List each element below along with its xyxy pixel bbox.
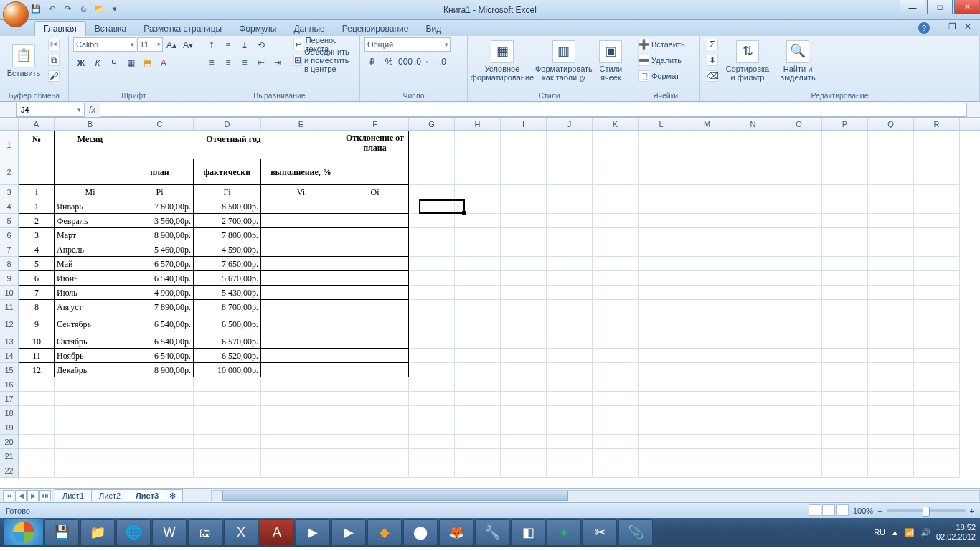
cell[interactable]: Март bbox=[55, 228, 126, 242]
cell[interactable] bbox=[261, 199, 341, 214]
fx-icon[interactable]: fx bbox=[89, 105, 95, 115]
cell[interactable] bbox=[194, 406, 261, 420]
cell[interactable] bbox=[547, 420, 593, 435]
cell[interactable] bbox=[776, 257, 822, 271]
cell[interactable] bbox=[547, 334, 593, 349]
cell[interactable]: 4 590,00р. bbox=[194, 242, 261, 257]
cell[interactable] bbox=[822, 242, 868, 257]
cell[interactable] bbox=[593, 435, 639, 449]
row-header[interactable]: 20 bbox=[0, 435, 18, 449]
cell[interactable] bbox=[501, 199, 547, 214]
cell[interactable] bbox=[684, 349, 730, 363]
cell[interactable] bbox=[776, 300, 822, 314]
cell[interactable]: 7 800,00р. bbox=[194, 228, 261, 242]
cell[interactable] bbox=[341, 159, 409, 185]
cell[interactable] bbox=[822, 392, 868, 406]
copy-button[interactable]: ⧉ bbox=[46, 53, 62, 67]
cell[interactable] bbox=[730, 300, 776, 314]
cell[interactable] bbox=[455, 420, 501, 435]
tab-insert[interactable]: Вставка bbox=[86, 22, 136, 36]
cell[interactable] bbox=[501, 420, 547, 435]
row-header[interactable]: 8 bbox=[0, 257, 18, 271]
cell[interactable]: 3 560,00р. bbox=[126, 214, 194, 228]
cell[interactable] bbox=[593, 271, 639, 286]
cell[interactable] bbox=[822, 420, 868, 435]
cell[interactable]: 5 bbox=[19, 257, 55, 271]
cell[interactable] bbox=[684, 377, 730, 392]
cell[interactable] bbox=[776, 314, 822, 334]
cell[interactable] bbox=[409, 406, 455, 420]
cell[interactable] bbox=[261, 392, 341, 406]
col-header[interactable]: I bbox=[501, 118, 547, 130]
clear-button[interactable]: ⌫ bbox=[705, 69, 720, 83]
cell[interactable] bbox=[341, 257, 409, 271]
cell[interactable] bbox=[868, 286, 914, 300]
increase-font-icon[interactable]: A▴ bbox=[164, 37, 179, 53]
decrease-decimal-icon[interactable]: ←.0 bbox=[430, 54, 446, 70]
cell[interactable] bbox=[593, 257, 639, 271]
cell[interactable] bbox=[455, 435, 501, 449]
cell[interactable] bbox=[776, 392, 822, 406]
row-header[interactable]: 6 bbox=[0, 228, 18, 242]
cell[interactable]: Fi bbox=[194, 185, 261, 199]
cell[interactable] bbox=[593, 300, 639, 314]
cell[interactable] bbox=[455, 449, 501, 463]
row-header[interactable]: 9 bbox=[0, 271, 18, 286]
cell[interactable]: 10 000,00р. bbox=[194, 363, 261, 377]
col-header[interactable]: K bbox=[593, 118, 639, 130]
select-all-corner[interactable] bbox=[0, 118, 19, 130]
cell[interactable] bbox=[868, 228, 914, 242]
cell[interactable] bbox=[730, 392, 776, 406]
cell[interactable] bbox=[822, 334, 868, 349]
cell[interactable] bbox=[19, 392, 55, 406]
cell[interactable] bbox=[684, 159, 730, 185]
cell[interactable] bbox=[55, 420, 126, 435]
cell[interactable] bbox=[593, 392, 639, 406]
cell[interactable] bbox=[501, 392, 547, 406]
font-size-select[interactable]: 11 bbox=[137, 37, 163, 52]
cell[interactable] bbox=[868, 257, 914, 271]
cell[interactable] bbox=[455, 363, 501, 377]
cell[interactable] bbox=[639, 314, 684, 334]
cell[interactable] bbox=[547, 242, 593, 257]
cell[interactable] bbox=[455, 392, 501, 406]
cell[interactable]: Vi bbox=[261, 185, 341, 199]
merge-center-button[interactable]: ⊞Объединить и поместить в центре bbox=[291, 53, 355, 67]
cell[interactable] bbox=[868, 463, 914, 478]
cell[interactable] bbox=[822, 228, 868, 242]
close-button[interactable]: ✕ bbox=[954, 0, 980, 14]
cell[interactable] bbox=[261, 363, 341, 377]
cell[interactable] bbox=[776, 349, 822, 363]
cell[interactable] bbox=[822, 199, 868, 214]
cell[interactable] bbox=[547, 257, 593, 271]
cell[interactable] bbox=[261, 214, 341, 228]
cell[interactable] bbox=[684, 363, 730, 377]
cell[interactable] bbox=[593, 131, 639, 159]
cell[interactable]: 8 700,00р. bbox=[194, 300, 261, 314]
cell[interactable] bbox=[455, 159, 501, 185]
cell[interactable] bbox=[194, 420, 261, 435]
row-header[interactable]: 3 bbox=[0, 185, 18, 199]
cell[interactable]: 7 890,00р. bbox=[126, 300, 194, 314]
cell[interactable] bbox=[409, 435, 455, 449]
cell[interactable]: 6 bbox=[19, 271, 55, 286]
cell[interactable]: Июнь bbox=[55, 271, 126, 286]
cell[interactable] bbox=[868, 377, 914, 392]
cell[interactable] bbox=[455, 300, 501, 314]
cell[interactable] bbox=[914, 199, 960, 214]
cell[interactable]: 8 bbox=[19, 300, 55, 314]
cell[interactable] bbox=[914, 435, 960, 449]
taskbar-app[interactable]: ◆ bbox=[367, 519, 402, 545]
cell[interactable]: 10 bbox=[19, 334, 55, 349]
tab-formulas[interactable]: Формулы bbox=[230, 22, 285, 36]
col-header[interactable]: E bbox=[261, 118, 341, 130]
align-right-icon[interactable]: ≡ bbox=[237, 55, 253, 70]
cell[interactable] bbox=[455, 377, 501, 392]
cell[interactable] bbox=[822, 271, 868, 286]
cell[interactable] bbox=[409, 420, 455, 435]
tray-clock[interactable]: 18:52 02.02.2012 bbox=[936, 523, 976, 542]
cell[interactable] bbox=[914, 159, 960, 185]
row-header[interactable]: 11 bbox=[0, 300, 18, 314]
italic-button[interactable]: К bbox=[90, 55, 105, 71]
cell[interactable] bbox=[684, 392, 730, 406]
